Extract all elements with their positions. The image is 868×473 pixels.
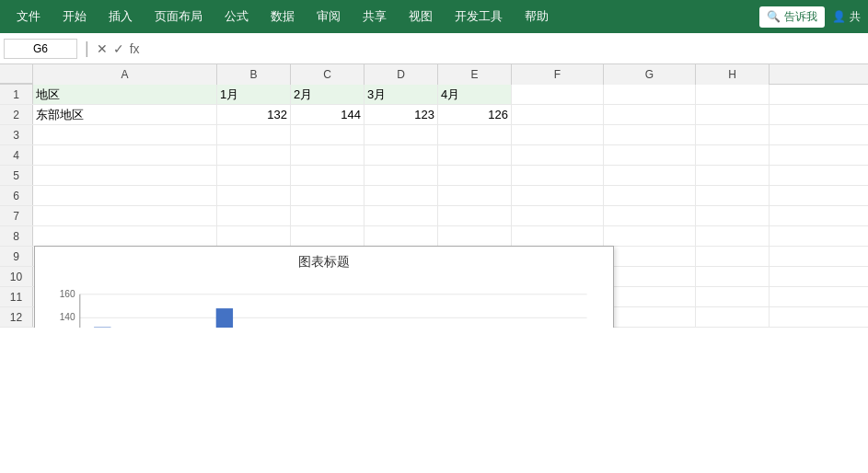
cell-c2[interactable]: 144 [291,105,365,124]
cell-g4[interactable] [604,145,696,165]
cell-h1[interactable] [696,85,770,104]
cell-g8[interactable] [604,226,696,246]
cell-d8[interactable] [365,226,438,246]
col-header-c[interactable]: C [291,64,365,85]
cell-e5[interactable] [438,166,512,185]
fx-icon[interactable]: fx [130,41,140,56]
cell-a7[interactable] [33,206,217,225]
cell-d1[interactable]: 3月 [365,85,438,104]
cell-e2[interactable]: 126 [438,105,512,124]
cell-a3[interactable] [33,125,217,144]
search-box[interactable]: 🔍 告诉我 [759,6,825,28]
cell-f4[interactable] [512,145,604,165]
cell-g1[interactable] [604,85,696,104]
cell-a5[interactable] [33,166,217,185]
cancel-icon[interactable]: ✕ [97,41,108,56]
menu-insert[interactable]: 插入 [99,5,142,29]
menu-home[interactable]: 开始 [53,5,96,29]
cell-d2[interactable]: 123 [365,105,438,124]
cell-g12[interactable] [604,307,696,327]
cell-d6[interactable] [365,186,438,205]
cell-g3[interactable] [604,125,696,144]
cell-g6[interactable] [604,186,696,205]
cell-c7[interactable] [291,206,365,225]
menu-view[interactable]: 视图 [399,5,442,29]
cell-h12[interactable] [696,307,770,327]
cell-c8[interactable] [291,226,365,246]
cell-h2[interactable] [696,105,770,124]
cell-h5[interactable] [696,166,770,185]
cell-d7[interactable] [365,206,438,225]
cell-b4[interactable] [217,145,291,165]
cell-b1[interactable]: 1月 [217,85,291,104]
cell-d5[interactable] [365,166,438,185]
name-box[interactable]: G6 [4,39,77,59]
cell-c6[interactable] [291,186,365,205]
cell-b3[interactable] [217,125,291,144]
menu-share[interactable]: 共享 [353,5,396,29]
row-num-1: 1 [0,85,33,104]
cell-h8[interactable] [696,226,770,246]
confirm-icon[interactable]: ✓ [113,41,124,56]
cell-g10[interactable] [604,267,696,286]
cell-a2[interactable]: 东部地区 [33,105,217,124]
cell-f7[interactable] [512,206,604,225]
menu-review[interactable]: 审阅 [307,5,350,29]
menu-formula[interactable]: 公式 [215,5,258,29]
cell-b7[interactable] [217,206,291,225]
cell-a4[interactable] [33,145,217,165]
cell-b8[interactable] [217,226,291,246]
cell-f2[interactable] [512,105,604,124]
cell-d4[interactable] [365,145,438,165]
cell-f5[interactable] [512,166,604,185]
cell-g7[interactable] [604,206,696,225]
cell-h4[interactable] [696,145,770,165]
cell-c5[interactable] [291,166,365,185]
col-header-a[interactable]: A [33,64,217,85]
cell-g2[interactable] [604,105,696,124]
cell-h9[interactable] [696,247,770,266]
cell-h6[interactable] [696,186,770,205]
cell-h10[interactable] [696,267,770,286]
cell-a8[interactable] [33,226,217,246]
chart-container[interactable]: 图表标题 0 20 40 60 [34,246,614,328]
col-header-f[interactable]: F [512,64,604,85]
cell-e6[interactable] [438,186,512,205]
cell-b2[interactable]: 132 [217,105,291,124]
cell-f3[interactable] [512,125,604,144]
col-header-b[interactable]: B [217,64,291,85]
cell-g11[interactable] [604,287,696,306]
menu-file[interactable]: 文件 [7,5,50,29]
menu-help[interactable]: 帮助 [515,5,558,29]
cell-h11[interactable] [696,287,770,306]
cell-e4[interactable] [438,145,512,165]
cell-a6[interactable] [33,186,217,205]
cell-c3[interactable] [291,125,365,144]
col-header-g[interactable]: G [604,64,696,85]
cell-b6[interactable] [217,186,291,205]
menu-developer[interactable]: 开发工具 [446,5,512,29]
cell-c4[interactable] [291,145,365,165]
formula-input[interactable] [144,39,864,59]
col-header-e[interactable]: E [438,64,512,85]
cell-h3[interactable] [696,125,770,144]
col-header-d[interactable]: D [365,64,438,85]
cell-e3[interactable] [438,125,512,144]
cell-f6[interactable] [512,186,604,205]
menu-data[interactable]: 数据 [261,5,304,29]
cell-g9[interactable] [604,247,696,266]
cell-c1[interactable]: 2月 [291,85,365,104]
cell-d3[interactable] [365,125,438,144]
cell-g5[interactable] [604,166,696,185]
share-button[interactable]: 👤 共 [832,9,861,25]
col-header-h[interactable]: H [696,64,770,85]
cell-f1[interactable] [512,85,604,104]
cell-h7[interactable] [696,206,770,225]
menu-page-layout[interactable]: 页面布局 [145,5,212,29]
cell-e7[interactable] [438,206,512,225]
cell-a1[interactable]: 地区 [33,85,217,104]
cell-f8[interactable] [512,226,604,246]
cell-e8[interactable] [438,226,512,246]
cell-b5[interactable] [217,166,291,185]
cell-e1[interactable]: 4月 [438,85,512,104]
